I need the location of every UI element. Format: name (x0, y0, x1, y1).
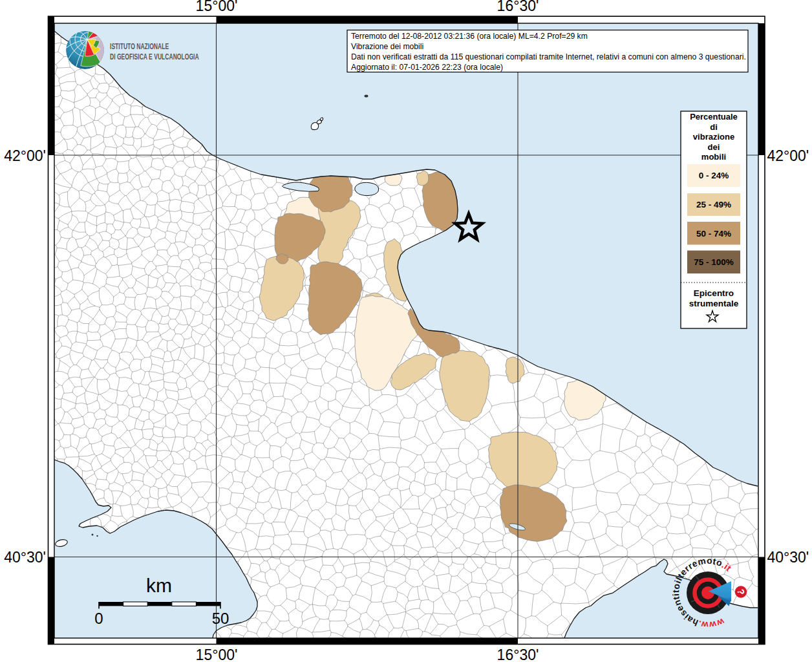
svg-text:15°00': 15°00' (196, 646, 238, 662)
svg-text:42°00': 42°00' (4, 147, 46, 164)
svg-text:strumentale: strumentale (689, 299, 739, 308)
svg-text:15°00': 15°00' (196, 0, 238, 14)
svg-text:Aggiornato il: 07-01-2026 22:2: Aggiornato il: 07-01-2026 22:23 (ora loc… (351, 63, 503, 72)
svg-text:vibrazione: vibrazione (693, 132, 734, 142)
svg-text:75 - 100%: 75 - 100% (694, 257, 734, 267)
svg-text:Epicentro: Epicentro (694, 288, 734, 298)
svg-text:Terremoto del 12-08-2012 03:21: Terremoto del 12-08-2012 03:21:36 (ora l… (351, 32, 588, 41)
svg-text:42°00': 42°00' (767, 147, 809, 164)
svg-text:40°30': 40°30' (4, 549, 46, 566)
svg-text:Percentuale: Percentuale (690, 112, 738, 122)
svg-text:50 - 74%: 50 - 74% (696, 229, 731, 239)
svg-text:40°30': 40°30' (767, 549, 809, 566)
svg-text:dei: dei (708, 142, 720, 152)
svg-text:Vibrazione dei mobili: Vibrazione dei mobili (351, 42, 423, 51)
svg-text:km: km (146, 575, 172, 596)
svg-text:16°30': 16°30' (497, 0, 539, 14)
svg-text:0: 0 (94, 610, 103, 627)
svg-text:0 - 24%: 0 - 24% (699, 171, 729, 180)
svg-text:ISTITUTO NAZIONALE: ISTITUTO NAZIONALE (110, 41, 169, 50)
svg-text:25 - 49%: 25 - 49% (696, 200, 731, 209)
svg-text:16°30': 16°30' (497, 646, 539, 662)
svg-text:Dati non verificati estratti d: Dati non verificati estratti da 115 ques… (351, 52, 746, 61)
svg-text:di: di (710, 122, 718, 132)
svg-text:50: 50 (212, 610, 230, 627)
svg-text:DI GEOFISICA E VULCANOLOGIA: DI GEOFISICA E VULCANOLOGIA (110, 52, 199, 61)
svg-text:mobili: mobili (701, 152, 726, 162)
